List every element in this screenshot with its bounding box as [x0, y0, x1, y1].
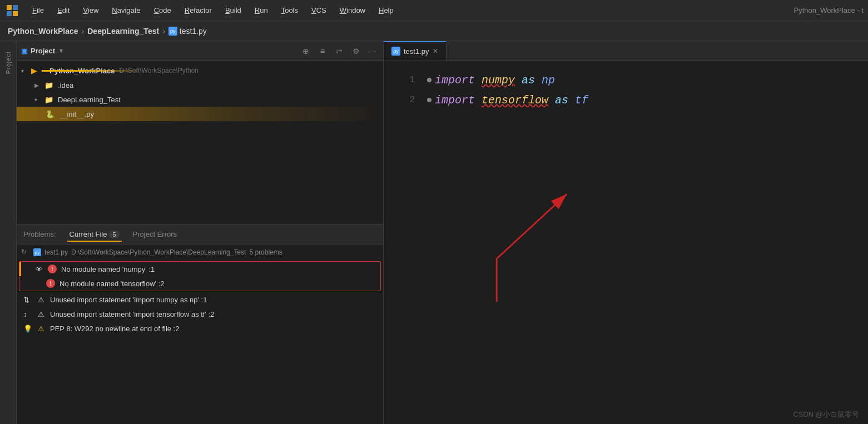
breadcrumb-sep-2: ›	[162, 27, 165, 36]
window-title: Python_WorkPlace - t	[794, 6, 864, 14]
tree-init-wrapper: 🐍 __init__.py	[17, 107, 383, 121]
project-label: Project	[5, 51, 12, 74]
menu-file[interactable]: File	[27, 4, 49, 17]
tree-init-label: __init__.py	[59, 110, 94, 118]
breadcrumb-sep-1: ›	[82, 27, 85, 36]
menu-view[interactable]: View	[77, 4, 104, 17]
gutter-dot-2	[427, 98, 431, 102]
tab-file-icon: py	[391, 47, 400, 56]
menu-code[interactable]: Code	[148, 4, 177, 17]
code-line-2: 2 import tensorflow as tf	[384, 90, 868, 110]
tab-label: test1.py	[404, 47, 429, 56]
editor-content[interactable]: 1 import numpy as np 2 import tensorflow…	[384, 61, 868, 424]
info-message-1: PEP 8: W292 no newline at end of file :2	[50, 325, 179, 333]
info-icon-1: ⚠	[37, 324, 46, 333]
tree-deeplearning-item[interactable]: ▾ 📁 DeepLearning_Test	[17, 92, 383, 107]
tree-deeplearning-arrow: ▾	[34, 97, 42, 103]
editor-tab-test1[interactable]: py test1.py ✕	[384, 41, 447, 61]
tab-problems[interactable]: Problems:	[21, 227, 58, 242]
file-icon: py	[168, 27, 177, 36]
menu-help[interactable]: Help	[373, 4, 399, 17]
tree-idea-arrow: ▶	[34, 82, 42, 88]
file-tree: ▾ ▶ Python_WorkPlace D:\Soft\WorkSpace\P…	[17, 61, 383, 224]
sidebar-title: Project	[31, 47, 55, 55]
svg-rect-3	[13, 11, 18, 16]
code-import-2: import	[435, 94, 482, 107]
code-module-numpy: numpy	[482, 74, 515, 87]
breadcrumb-project[interactable]: Python_WorkPlace	[8, 27, 78, 36]
tree-root-arrow: ▾	[21, 68, 29, 74]
breadcrumb-folder[interactable]: DeepLearning_Test	[87, 27, 159, 36]
line-gutter-1	[424, 78, 435, 82]
menu-tools[interactable]: Tools	[276, 4, 304, 17]
folder-icon-root: ▶	[31, 66, 37, 75]
breadcrumb-file[interactable]: py test1.py	[168, 27, 207, 36]
main-layout: Project ▣ Project ▾ ⊕ ≡ ⇌ ⚙ — ▾ ▶	[0, 41, 868, 424]
bulb-icon: 💡	[23, 325, 32, 333]
warning-message-2: Unused import statement 'import tensorfl…	[50, 310, 214, 318]
tree-idea-item[interactable]: ▶ 📁 .idea	[17, 78, 383, 92]
toolbar-expand-icon[interactable]: ≡	[316, 45, 329, 57]
folder-icon-deeplearning: 📁	[44, 96, 53, 104]
problems-content: ↻ py test1.py D:\Soft\WorkSpace\Python_W…	[17, 245, 383, 424]
eye-icon[interactable]: 👁	[34, 265, 43, 273]
project-strip: Project	[0, 41, 17, 424]
file-icon-init: 🐍	[46, 110, 54, 118]
code-module-tensorflow: tensorflow	[482, 94, 548, 107]
sidebar-toolbar: ▣ Project ▾ ⊕ ≡ ⇌ ⚙ —	[17, 41, 383, 61]
tab-close-button[interactable]: ✕	[433, 47, 438, 55]
menu-build[interactable]: Build	[220, 4, 247, 17]
warning-sidebar-icon-2: ↕	[23, 310, 32, 318]
toolbar-settings-icon[interactable]: ⚙	[350, 45, 362, 57]
menu-window[interactable]: Window	[334, 4, 371, 17]
menu-vcs[interactable]: VCS	[306, 4, 332, 17]
code-as-2: as	[548, 94, 575, 107]
code-text-2: import tensorflow as tf	[435, 94, 588, 107]
problems-tabs: Problems: Current File5 Project Errors	[17, 225, 383, 245]
menu-run[interactable]: Run	[249, 4, 274, 17]
sidebar: ▣ Project ▾ ⊕ ≡ ⇌ ⚙ — ▾ ▶ Python_WorkPla…	[17, 41, 384, 424]
sidebar-toolbar-icons: ⊕ ≡ ⇌ ⚙ —	[300, 45, 379, 57]
problems-panel: Problems: Current File5 Project Errors ↻…	[17, 224, 383, 424]
folder-icon-idea: 📁	[44, 81, 53, 89]
code-text-1: import numpy as np	[435, 74, 555, 87]
tree-root-item[interactable]: ▾ ▶ Python_WorkPlace D:\Soft\WorkSpace\P…	[17, 63, 383, 78]
svg-rect-1	[13, 5, 18, 10]
svg-rect-2	[7, 11, 12, 16]
tab-current-file[interactable]: Current File5	[67, 227, 122, 242]
code-alias-tf: tf	[575, 94, 588, 107]
refresh-icon[interactable]: ↻	[21, 248, 30, 257]
tree-init-item[interactable]: 🐍 __init__.py	[17, 107, 383, 121]
problems-filepath: D:\Soft\WorkSpace\Python_WorkPlace\DeepL…	[71, 248, 246, 256]
problem-error-2[interactable]: ! No module named 'tensorflow' :2	[19, 276, 380, 291]
svg-rect-0	[7, 5, 12, 10]
problem-error-1-content: 👁	[34, 265, 43, 273]
problem-warning-2[interactable]: ↕ ⚠ Unused import statement 'import tens…	[17, 307, 383, 321]
tree-idea-label: .idea	[58, 81, 73, 89]
code-line-1: 1 import numpy as np	[384, 70, 868, 90]
toolbar-hide-icon[interactable]: —	[366, 45, 379, 57]
breadcrumb: Python_WorkPlace › DeepLearning_Test › p…	[0, 21, 868, 41]
breadcrumb-filename: test1.py	[180, 27, 207, 36]
menu-navigate[interactable]: Navigate	[106, 4, 146, 17]
watermark: CSDN @小白鼠零号	[793, 410, 859, 420]
toolbar-add-icon[interactable]: ⊕	[300, 45, 312, 57]
menu-refactor[interactable]: Refactor	[179, 4, 217, 17]
problems-filename: test1.py	[44, 248, 68, 256]
error-icon-2: !	[46, 279, 55, 288]
error-highlight-box: 👁 ! No module named 'numpy' :1 ! No modu…	[19, 261, 381, 291]
current-file-badge: 5	[109, 231, 119, 238]
code-as-1: as	[515, 74, 542, 87]
toolbar-collapse-icon[interactable]: ⇌	[333, 45, 345, 57]
tab-project-errors[interactable]: Project Errors	[131, 227, 179, 242]
gutter-dot-1	[427, 78, 431, 82]
problem-warning-1[interactable]: ⇅ ⚠ Unused import statement 'import nump…	[17, 292, 383, 307]
warning-sidebar-icon-1: ⇅	[23, 296, 32, 304]
problem-error-1[interactable]: 👁 ! No module named 'numpy' :1	[19, 262, 380, 276]
editor-tabs: py test1.py ✕	[384, 41, 868, 61]
tree-deeplearning-label: DeepLearning_Test	[58, 96, 121, 104]
problems-file-header: ↻ py test1.py D:\Soft\WorkSpace\Python_W…	[17, 245, 383, 260]
problem-info-1[interactable]: 💡 ⚠ PEP 8: W292 no newline at end of fil…	[17, 321, 383, 336]
menu-edit[interactable]: Edit	[52, 4, 75, 17]
code-alias-np: np	[542, 74, 555, 87]
